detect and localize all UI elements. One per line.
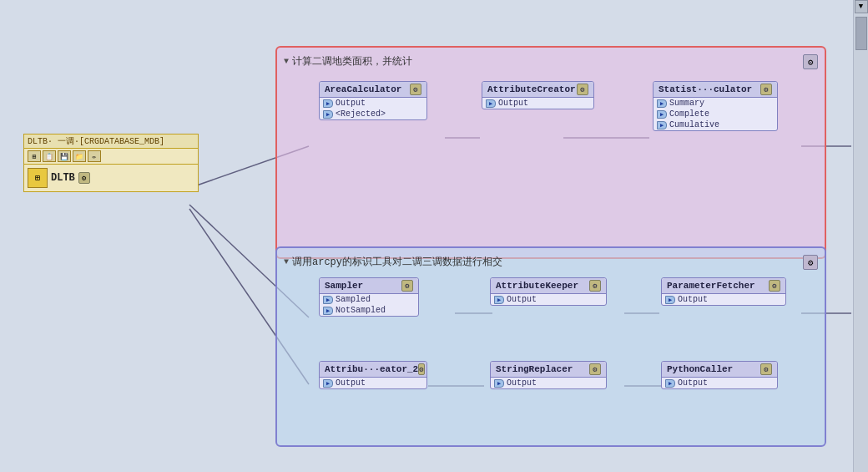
port-keeper-output-arrow-icon: ▶ xyxy=(494,296,504,304)
node-stat-calculator-port-summary: ▶ Summary xyxy=(654,98,777,109)
toolbar-icon-2[interactable]: 📋 xyxy=(43,150,56,162)
node-sampler-label: Sampler xyxy=(325,281,363,291)
group-pink: ▼ 计算二调地类面积，并统计 ⚙ AreaCalculator ⚙ ▶ Outp… xyxy=(275,46,826,259)
node-stat-calculator-port-complete: ▶ Complete xyxy=(654,109,777,119)
node-sampler-port-sampled: ▶ Sampled xyxy=(320,294,418,305)
node-python-caller: PythonCaller ⚙ ▶ Output xyxy=(661,361,778,389)
node-stat-calculator-header[interactable]: Statist···culator ⚙ xyxy=(654,82,777,98)
node-python-caller-header[interactable]: PythonCaller ⚙ xyxy=(662,362,777,378)
source-label: DLTB xyxy=(51,172,75,184)
node-area-calculator: AreaCalculator ⚙ ▶ Output ▶ <Rejected> xyxy=(319,81,427,120)
port-replacer-output-arrow-icon: ▶ xyxy=(494,379,504,388)
source-body: ⊞ DLTB ⚙ xyxy=(23,165,199,192)
node-attribute-creator2-header[interactable]: Attribu···eator_2 ⚙ xyxy=(320,362,426,378)
group-blue-title: ▼ 调用arcpy的标识工具对二调三调数据进行相交 xyxy=(284,255,818,269)
node-attribute-creator-label: AttributeCreator xyxy=(487,84,576,94)
scrollbar[interactable]: ▼ xyxy=(853,0,868,472)
node-string-replacer-gear-icon[interactable]: ⚙ xyxy=(589,363,601,375)
node-attribute-creator: AttributeCreator ⚙ ▶ Output xyxy=(482,81,594,109)
node-attribute-creator2-gear-icon[interactable]: ⚙ xyxy=(418,363,424,375)
node-stat-calculator: Statist···culator ⚙ ▶ Summary ▶ Complete… xyxy=(653,81,778,131)
node-attribute-creator2-port-output: ▶ Output xyxy=(320,378,426,388)
group-pink-title: ▼ 计算二调地类面积，并统计 xyxy=(284,54,818,69)
node-string-replacer-port-output: ▶ Output xyxy=(491,378,606,388)
node-attribute-creator2: Attribu···eator_2 ⚙ ▶ Output xyxy=(319,361,427,389)
source-gear-icon[interactable]: ⚙ xyxy=(78,172,90,184)
node-parameter-fetcher-label: ParameterFetcher xyxy=(667,281,755,291)
node-area-calculator-header[interactable]: AreaCalculator ⚙ xyxy=(320,82,426,98)
node-parameter-fetcher-header[interactable]: ParameterFetcher ⚙ xyxy=(662,278,785,294)
port-attr-output-arrow-icon: ▶ xyxy=(486,99,496,108)
node-area-calculator-port-rejected: ▶ <Rejected> xyxy=(320,109,426,119)
node-attribute-creator-port-output: ▶ Output xyxy=(482,98,593,109)
toolbar-icon-4[interactable]: 📁 xyxy=(73,150,86,162)
node-sampler-port-notsampled: ▶ NotSampled xyxy=(320,305,418,316)
source-node: DLTB· 一调·[CRGDATABASE_MDB] ⊞ 📋 💾 📁 ✏ ⊞ D… xyxy=(23,134,199,192)
group-blue-label: 调用arcpy的标识工具对二调三调数据进行相交 xyxy=(292,255,502,269)
group-blue-collapse-icon[interactable]: ▼ xyxy=(284,257,289,266)
source-header: DLTB· 一调·[CRGDATABASE_MDB] xyxy=(23,134,199,149)
node-stat-calculator-label: Statist···culator xyxy=(659,84,752,94)
scrollbar-thumb[interactable] xyxy=(855,17,867,50)
node-stat-calculator-port-cumulative: ▶ Cumulative xyxy=(654,119,777,130)
node-python-caller-gear-icon[interactable]: ⚙ xyxy=(760,363,772,375)
port-cumulative-arrow-icon: ▶ xyxy=(657,121,667,129)
port-notsampled-arrow-icon: ▶ xyxy=(323,307,333,315)
port-complete-arrow-icon: ▶ xyxy=(657,110,667,119)
source-title: DLTB· 一调·[CRGDATABASE_MDB] xyxy=(28,137,164,146)
node-string-replacer-header[interactable]: StringReplacer ⚙ xyxy=(491,362,606,378)
node-parameter-fetcher-gear-icon[interactable]: ⚙ xyxy=(769,280,780,292)
node-attribute-creator-gear-icon[interactable]: ⚙ xyxy=(577,84,588,95)
node-attribute-keeper-label: AttributeKeeper xyxy=(496,281,578,291)
group-pink-collapse-icon[interactable]: ▼ xyxy=(284,57,289,66)
toolbar-icon-3[interactable]: 💾 xyxy=(58,150,71,162)
node-stat-calculator-gear-icon[interactable]: ⚙ xyxy=(760,84,772,95)
node-python-caller-port-output: ▶ Output xyxy=(662,378,777,388)
node-area-calculator-port-output: ▶ Output xyxy=(320,98,426,109)
toolbar-icon-5[interactable]: ✏ xyxy=(88,150,101,162)
group-blue-gear-icon[interactable]: ⚙ xyxy=(803,255,818,270)
toolbar-icon-1[interactable]: ⊞ xyxy=(28,150,41,162)
port-creator2-output-arrow-icon: ▶ xyxy=(323,379,333,388)
node-area-calculator-label: AreaCalculator xyxy=(325,84,401,94)
group-pink-gear-icon[interactable]: ⚙ xyxy=(803,54,818,69)
group-pink-label: 计算二调地类面积，并统计 xyxy=(292,54,412,69)
node-attribute-keeper-header[interactable]: AttributeKeeper ⚙ xyxy=(491,278,606,294)
node-sampler-header[interactable]: Sampler ⚙ xyxy=(320,278,418,294)
source-db-icon: ⊞ xyxy=(28,168,48,188)
port-sampled-arrow-icon: ▶ xyxy=(323,296,333,304)
port-rejected-arrow-icon: ▶ xyxy=(323,110,333,119)
node-python-caller-label: PythonCaller xyxy=(667,364,733,374)
node-sampler: Sampler ⚙ ▶ Sampled ▶ NotSampled xyxy=(319,277,419,317)
node-attribute-creator2-label: Attribu···eator_2 xyxy=(325,364,418,374)
scrollbar-up-arrow[interactable]: ▼ xyxy=(855,0,868,13)
port-output-arrow-icon: ▶ xyxy=(323,99,333,108)
node-attribute-keeper-gear-icon[interactable]: ⚙ xyxy=(589,280,601,292)
port-param-output-arrow-icon: ▶ xyxy=(665,296,675,304)
node-string-replacer-label: StringReplacer xyxy=(496,364,573,374)
node-parameter-fetcher-port-output: ▶ Output xyxy=(662,294,785,305)
node-attribute-creator-header[interactable]: AttributeCreator ⚙ xyxy=(482,82,593,98)
canvas: DLTB· 一调·[CRGDATABASE_MDB] ⊞ 📋 💾 📁 ✏ ⊞ D… xyxy=(0,0,868,472)
port-summary-arrow-icon: ▶ xyxy=(657,99,667,108)
source-toolbar: ⊞ 📋 💾 📁 ✏ xyxy=(23,149,199,165)
node-string-replacer: StringReplacer ⚙ ▶ Output xyxy=(490,361,607,389)
group-blue: ▼ 调用arcpy的标识工具对二调三调数据进行相交 ⚙ Sampler ⚙ ▶ … xyxy=(275,246,826,447)
node-attribute-keeper: AttributeKeeper ⚙ ▶ Output xyxy=(490,277,607,306)
node-attribute-keeper-port-output: ▶ Output xyxy=(491,294,606,305)
node-parameter-fetcher: ParameterFetcher ⚙ ▶ Output xyxy=(661,277,786,306)
node-area-calculator-gear-icon[interactable]: ⚙ xyxy=(410,84,421,95)
port-python-output-arrow-icon: ▶ xyxy=(665,379,675,388)
node-sampler-gear-icon[interactable]: ⚙ xyxy=(401,280,413,292)
